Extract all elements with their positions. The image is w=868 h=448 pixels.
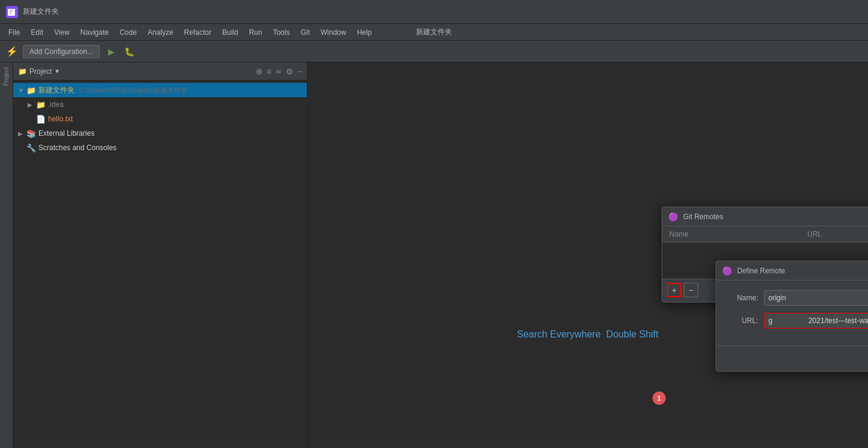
title-bar: 🅿 新建文件夹 [0,0,868,24]
tree-arrow-idea: ▶ [28,101,34,108]
folder-icon: 📁 [26,86,36,95]
col-name-header: Name [669,230,807,238]
git-remotes-logo: 🟣 [668,212,678,222]
tree-item-hello[interactable]: 📄 hello.txt [13,112,307,126]
remove-remote-button[interactable]: − [684,283,698,297]
idea-folder-icon: 📁 [36,100,46,109]
col-url-header: URL [807,230,868,238]
menu-item-git[interactable]: Git [296,27,315,38]
tree-label-root: 新建文件夹 [38,85,74,95]
project-header-icons: ⊕ ≡ ≂ ⚙ − [256,67,302,76]
txt-file-icon: 📄 [36,115,46,124]
define-remote-dialog: 🟣 Define Remote × Name: URL: [716,261,868,372]
menu-item-navigate[interactable]: Navigate [76,27,113,38]
svg-text:🅿: 🅿 [8,8,15,17]
menu-item-refactor[interactable]: Refactor [179,27,216,38]
project-folder-icon: 📁 [18,67,27,76]
menu-item-build[interactable]: Build [217,27,243,38]
project-tree: ▼ 📁 新建文件夹 C:\Users\刘明福\Desktop\新建文件夹 ▶ 📁… [13,80,307,448]
lightning-icon: ⚡ [6,46,18,57]
tree-label-hello: hello.txt [48,115,73,123]
git-remotes-title-bar: 🟣 Git Remotes × [662,207,868,226]
define-remote-logo: 🟣 [722,266,732,276]
tree-arrow-ext-libs: ▶ [18,130,24,137]
tree-item-root[interactable]: ▼ 📁 新建文件夹 C:\Users\刘明福\Desktop\新建文件夹 [13,83,307,97]
tree-item-idea[interactable]: ▶ 📁 .idea [13,97,307,112]
libraries-icon: 📚 [26,129,36,138]
name-form-row: Name: [728,290,868,306]
project-header-title[interactable]: 📁 Project ▼ [18,67,60,76]
url-label: URL: [728,316,758,325]
scratches-icon: 🔧 [26,144,36,153]
name-label: Name: [728,294,758,302]
tree-item-ext-libs[interactable]: ▶ 📚 External Libraries [13,126,307,141]
tree-label-idea: .idea [48,100,64,109]
git-remotes-title: Git Remotes [683,213,868,221]
tree-arrow-root: ▼ [18,87,24,94]
app-logo: 🅿 [6,6,18,18]
tree-label-scratches: Scratches and Consoles [38,144,116,152]
menu-item-analyze[interactable]: Analyze [143,27,178,38]
locate-icon[interactable]: ⊕ [256,67,263,76]
project-header: 📁 Project ▼ ⊕ ≡ ≂ ⚙ − [13,62,307,80]
menu-bar: File Edit View Navigate Code Analyze Ref… [0,24,868,41]
menu-item-help[interactable]: Help [352,27,377,38]
menu-item-file[interactable]: File [4,27,25,38]
define-remote-title-bar: 🟣 Define Remote × [716,261,868,280]
menu-item-window[interactable]: Window [316,27,351,38]
menu-item-edit[interactable]: Edit [26,27,48,38]
name-input[interactable] [764,290,868,306]
url-form-row: URL: [728,313,868,328]
debug-button[interactable]: 🐛 [122,45,136,58]
tree-sublabel-root: C:\Users\刘明福\Desktop\新建文件夹 [79,86,187,95]
app-title: 新建文件夹 [23,7,59,17]
define-remote-footer: OK Cancel [716,345,868,371]
add-remote-button[interactable]: + [667,283,681,297]
menu-item-tools[interactable]: Tools [268,27,295,38]
close-panel-icon[interactable]: − [297,67,302,76]
project-panel: 📁 Project ▼ ⊕ ≡ ≂ ⚙ − ▼ 📁 新建文件夹 C:\Users… [13,62,307,448]
sidebar-tabs: Project [0,62,13,448]
main-layout: Project 📁 Project ▼ ⊕ ≡ ≂ ⚙ − ▼ 📁 新建文件夹 [0,62,868,448]
define-remote-body: Name: URL: [716,280,868,345]
collapse-all-icon[interactable]: ≡ [267,67,271,76]
chevron-down-icon: ▼ [54,68,60,74]
add-configuration-button[interactable]: Add Configuration... [23,45,100,58]
expand-icon[interactable]: ≂ [275,67,282,76]
git-remotes-table-header: Name URL [662,226,868,243]
editor-area: Search Everywhere Double Shift 🟣 Git Rem… [307,62,868,448]
settings-icon[interactable]: ⚙ [286,67,294,76]
sidebar-tab-project[interactable]: Project [2,65,11,88]
window-title-center: 新建文件夹 [416,27,452,37]
project-title-label: Project [29,67,52,76]
step-1-circle: 1 [653,392,666,405]
menu-item-run[interactable]: Run [244,27,267,38]
menu-item-view[interactable]: View [49,27,74,38]
menu-item-code[interactable]: Code [115,27,142,38]
dialog-overlay: 🟣 Git Remotes × Name URL + − OK [307,62,868,448]
tree-label-ext-libs: External Libraries [38,129,94,138]
tree-item-scratches[interactable]: 🔧 Scratches and Consoles [13,141,307,155]
toolbar: ⚡ Add Configuration... ▶ 🐛 [0,41,868,62]
url-input[interactable] [764,313,868,328]
run-button[interactable]: ▶ [104,45,118,58]
define-remote-title: Define Remote [737,267,868,275]
